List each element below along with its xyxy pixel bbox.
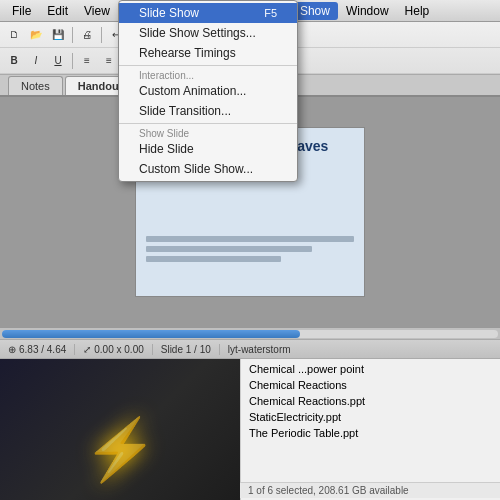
menu-section-2: Interaction... Custom Animation... Slide… <box>119 66 297 124</box>
slide-line-3 <box>146 256 281 262</box>
menu-custom-animation-label: Custom Animation... <box>139 84 246 98</box>
menu-view[interactable]: View <box>76 2 118 20</box>
menu-hide-slide-label: Hide Slide <box>139 142 194 156</box>
save-button[interactable]: 💾 <box>48 25 68 45</box>
menu-slide-transition-label: Slide Transition... <box>139 104 231 118</box>
size-value: 0.00 x 0.00 <box>94 344 143 355</box>
sep-1 <box>72 27 73 43</box>
slide-info-value: Slide 1 / 10 <box>161 344 211 355</box>
align-left-button[interactable]: ≡ <box>77 51 97 71</box>
italic-button[interactable]: I <box>26 51 46 71</box>
tab-notes[interactable]: Notes <box>8 76 63 95</box>
file-status-bar: 1 of 6 selected, 208.61 GB available <box>240 482 500 498</box>
hscroll-thumb[interactable] <box>2 330 300 338</box>
menu-section-show-slide-label: Show Slide <box>119 126 297 139</box>
menu-section-3: Show Slide Hide Slide Custom Slide Show.… <box>119 124 297 181</box>
menu-rehearse-timings-label: Rehearse Timings <box>139 46 236 60</box>
lightning-bg: ⚡ <box>0 359 240 500</box>
print-button[interactable]: 🖨 <box>77 25 97 45</box>
file-browser: Chemical ...power point Chemical Reactio… <box>240 359 500 500</box>
underline-button[interactable]: U <box>48 51 68 71</box>
status-bar: ⊕ 6.83 / 4.64 ⤢ 0.00 x 0.00 Slide 1 / 10… <box>0 339 500 359</box>
menu-window[interactable]: Window <box>338 2 397 20</box>
bottom-area: ⚡ Chemical ...power point Chemical React… <box>0 359 500 500</box>
slide-content <box>146 236 354 266</box>
slide-line-1 <box>146 236 354 242</box>
theme-seg: lyt-waterstorm <box>228 344 299 355</box>
menu-custom-slide-show-label: Custom Slide Show... <box>139 162 253 176</box>
slideshow-dropdown-menu[interactable]: Slide Show F5 Slide Show Settings... Reh… <box>118 0 298 182</box>
hscroll-track[interactable] <box>2 330 498 338</box>
menu-slide-transition[interactable]: Slide Transition... <box>119 101 297 121</box>
align-center-button[interactable]: ≡ <box>99 51 119 71</box>
lightning-icon: ⚡ <box>83 414 158 485</box>
hscrollbar[interactable] <box>0 327 500 339</box>
position-icon: ⊕ <box>8 344 16 355</box>
menu-custom-animation[interactable]: Custom Animation... <box>119 81 297 101</box>
theme-value: lyt-waterstorm <box>228 344 291 355</box>
menu-custom-slide-show[interactable]: Custom Slide Show... <box>119 159 297 179</box>
menu-edit[interactable]: Edit <box>39 2 76 20</box>
size-seg: ⤢ 0.00 x 0.00 <box>83 344 152 355</box>
menu-slide-show-label: Slide Show <box>139 6 199 20</box>
file-item-4[interactable]: The Periodic Table.ppt <box>241 425 500 441</box>
sep-2 <box>101 27 102 43</box>
menu-help[interactable]: Help <box>397 2 438 20</box>
menu-file[interactable]: File <box>4 2 39 20</box>
menu-slide-show[interactable]: Slide Show F5 <box>119 3 297 23</box>
file-item-1[interactable]: Chemical Reactions <box>241 377 500 393</box>
menu-hide-slide[interactable]: Hide Slide <box>119 139 297 159</box>
file-item-3[interactable]: StaticElectricity.ppt <box>241 409 500 425</box>
file-item-0[interactable]: Chemical ...power point <box>241 361 500 377</box>
sep-5 <box>72 53 73 69</box>
menu-rehearse-timings[interactable]: Rehearse Timings <box>119 43 297 63</box>
lightning-preview: ⚡ <box>0 359 240 500</box>
size-icon: ⤢ <box>83 344 91 355</box>
menu-slide-show-settings[interactable]: Slide Show Settings... <box>119 23 297 43</box>
slide-info-seg: Slide 1 / 10 <box>161 344 220 355</box>
new-button[interactable]: 🗋 <box>4 25 24 45</box>
menu-slide-show-settings-label: Slide Show Settings... <box>139 26 256 40</box>
menu-slide-show-shortcut: F5 <box>264 7 277 19</box>
slide-line-2 <box>146 246 312 252</box>
position-value: 6.83 / 4.64 <box>19 344 66 355</box>
position-seg: ⊕ 6.83 / 4.64 <box>8 344 75 355</box>
bold-button[interactable]: B <box>4 51 24 71</box>
menu-section-interaction-label: Interaction... <box>119 68 297 81</box>
menu-section-1: Slide Show F5 Slide Show Settings... Reh… <box>119 1 297 66</box>
open-button[interactable]: 📂 <box>26 25 46 45</box>
file-list: Chemical ...power point Chemical Reactio… <box>241 359 500 443</box>
file-item-2[interactable]: Chemical Reactions.ppt <box>241 393 500 409</box>
